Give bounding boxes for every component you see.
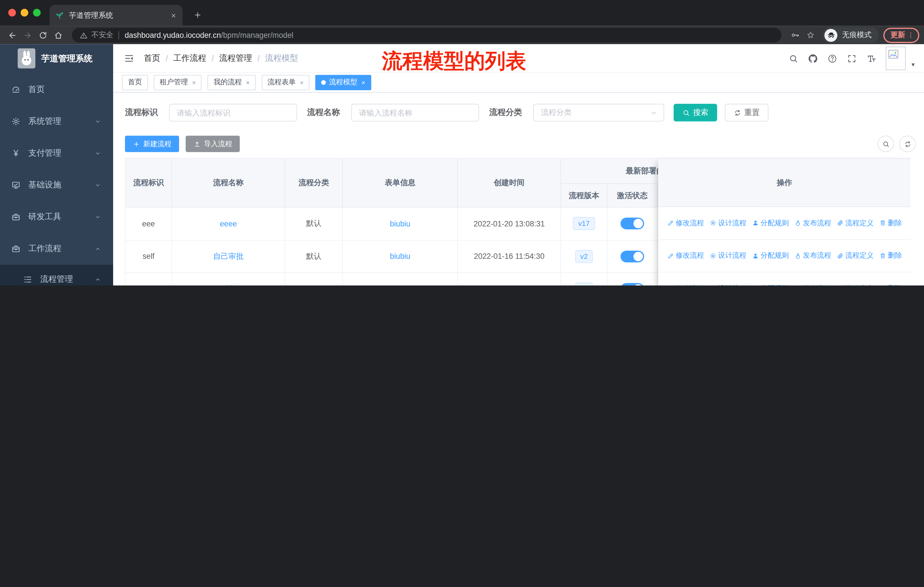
- category-select[interactable]: 流程分类: [533, 104, 664, 122]
- minimize-window-button[interactable]: [21, 9, 28, 17]
- hamburger-icon[interactable]: [122, 53, 135, 63]
- github-icon[interactable]: [808, 53, 818, 63]
- home-icon[interactable]: [51, 28, 66, 43]
- address-bar[interactable]: 不安全 dashboard.yudao.iocoder.cn/bpm/manag…: [72, 28, 781, 42]
- refresh-table-button[interactable]: [899, 136, 916, 152]
- chevron-down-icon: [92, 150, 102, 157]
- close-icon[interactable]: ×: [246, 79, 250, 86]
- action-设计流程[interactable]: 设计流程: [709, 218, 746, 228]
- column-header: 流程标识: [125, 159, 172, 208]
- active-toggle-on[interactable]: [620, 218, 644, 230]
- breadcrumb-item[interactable]: 工作流程: [173, 53, 206, 63]
- form-info-link[interactable]: biubiu: [390, 219, 410, 228]
- process-key-input[interactable]: [169, 104, 297, 122]
- action-删除[interactable]: 删除: [879, 251, 902, 261]
- user-icon: [752, 220, 759, 227]
- close-icon[interactable]: ×: [361, 79, 365, 86]
- sidebar-item-工作流程[interactable]: 工作流程: [0, 233, 113, 265]
- incognito-icon: [824, 29, 837, 41]
- process-name-input[interactable]: [351, 104, 479, 122]
- action-流程定义[interactable]: 流程定义: [837, 251, 874, 261]
- action-label: 分配规则: [761, 251, 789, 261]
- tab-close-icon[interactable]: [170, 12, 177, 19]
- toggle-knob: [634, 251, 643, 261]
- reload-icon[interactable]: [35, 28, 50, 43]
- back-icon[interactable]: [5, 28, 20, 43]
- logo[interactable]: 芋道管理系统: [0, 44, 113, 73]
- action-修改流程[interactable]: 修改流程: [667, 251, 704, 261]
- sidebar-item-流程管理[interactable]: 流程管理: [0, 265, 113, 286]
- process-name-link[interactable]: OA 请假: [214, 284, 242, 286]
- operation-row: 修改流程设计流程分配规则发布流程流程定义删除: [658, 240, 911, 273]
- tag-租户管理[interactable]: 租户管理×: [154, 74, 202, 90]
- close-icon[interactable]: ×: [192, 79, 196, 86]
- action-删除[interactable]: 删除: [879, 218, 902, 228]
- url-path: /bpm/manager/model: [221, 31, 293, 40]
- tag-流程表单[interactable]: 流程表单×: [261, 74, 310, 90]
- browser-toolbar: 不安全 dashboard.yudao.iocoder.cn/bpm/manag…: [0, 26, 924, 45]
- breadcrumb-item[interactable]: 首页: [144, 53, 160, 63]
- close-window-button[interactable]: [8, 9, 16, 17]
- menu-dots-icon[interactable]: [907, 31, 914, 39]
- action-设计流程[interactable]: 设计流程: [709, 284, 746, 286]
- breadcrumb-item[interactable]: 流程管理: [219, 53, 252, 63]
- action-分配规则[interactable]: 分配规则: [752, 218, 789, 228]
- chevron-down-icon[interactable]: ▼: [911, 62, 916, 68]
- table-toolbar: 新建流程 导入流程: [125, 136, 916, 152]
- active-toggle-on[interactable]: [620, 283, 644, 286]
- tag-流程模型[interactable]: 流程模型×: [315, 74, 371, 90]
- key-icon[interactable]: [787, 28, 803, 43]
- incognito-chip[interactable]: 无痕模式: [823, 27, 878, 43]
- sidebar-item-支付管理[interactable]: 支付管理: [0, 137, 113, 169]
- sidebar-item-基础设施[interactable]: 基础设施: [0, 169, 113, 201]
- create-process-button[interactable]: 新建流程: [125, 136, 179, 152]
- fullscreen-icon[interactable]: [847, 53, 857, 63]
- form-info-link[interactable]: /bpm/oa/leave/create: [364, 285, 436, 286]
- font-size-icon[interactable]: [866, 53, 876, 63]
- action-删除[interactable]: 删除: [879, 284, 902, 286]
- action-label: 删除: [888, 251, 902, 261]
- close-icon[interactable]: ×: [300, 79, 304, 86]
- bookmark-star-icon[interactable]: [803, 28, 818, 43]
- tag-我的流程[interactable]: 我的流程×: [208, 74, 256, 90]
- sidebar-item-系统管理[interactable]: 系统管理: [0, 106, 113, 137]
- question-icon[interactable]: [827, 53, 838, 63]
- action-流程定义[interactable]: 流程定义: [837, 284, 874, 286]
- forward-icon[interactable]: [20, 28, 35, 43]
- action-发布流程[interactable]: 发布流程: [794, 251, 831, 261]
- table-cell: 2022-01-16 11:54:30: [458, 240, 561, 273]
- form-info-link[interactable]: biubiu: [390, 252, 410, 261]
- process-name-link[interactable]: 自己审批: [213, 251, 244, 262]
- active-toggle-on[interactable]: [620, 251, 644, 262]
- sidebar-item-研发工具[interactable]: 研发工具: [0, 201, 113, 233]
- action-发布流程[interactable]: 发布流程: [794, 284, 831, 286]
- avatar[interactable]: [886, 47, 906, 70]
- search-button[interactable]: 搜索: [674, 104, 717, 122]
- monitor-icon: [11, 180, 21, 190]
- action-设计流程[interactable]: 设计流程: [709, 251, 746, 261]
- process-category: 默认: [306, 218, 322, 229]
- action-修改流程[interactable]: 修改流程: [667, 218, 704, 228]
- sidebar-item-首页[interactable]: 首页: [0, 74, 113, 106]
- action-分配规则[interactable]: 分配规则: [752, 284, 789, 286]
- tag-首页[interactable]: 首页: [122, 74, 148, 90]
- reset-button[interactable]: 重置: [725, 104, 769, 122]
- create-button-label: 新建流程: [143, 139, 172, 149]
- trash-icon: [879, 220, 886, 227]
- action-发布流程[interactable]: 发布流程: [794, 218, 831, 228]
- action-流程定义[interactable]: 流程定义: [837, 218, 874, 228]
- action-修改流程[interactable]: 修改流程: [667, 284, 704, 286]
- search-button-label: 搜索: [693, 107, 708, 118]
- search-icon[interactable]: [789, 53, 799, 63]
- toggle-search-button[interactable]: [877, 136, 894, 152]
- browser-tab[interactable]: 芋道管理系统: [50, 5, 183, 26]
- table-cell: OA: [285, 273, 343, 286]
- maximize-window-button[interactable]: [33, 9, 41, 17]
- process-name-link[interactable]: eeee: [220, 219, 237, 228]
- update-button[interactable]: 更新: [883, 28, 919, 43]
- new-tab-button[interactable]: [190, 7, 205, 22]
- action-分配规则[interactable]: 分配规则: [752, 251, 789, 261]
- import-process-button[interactable]: 导入流程: [186, 136, 240, 152]
- window-controls[interactable]: [8, 9, 41, 17]
- chevron-down-icon: [92, 182, 102, 189]
